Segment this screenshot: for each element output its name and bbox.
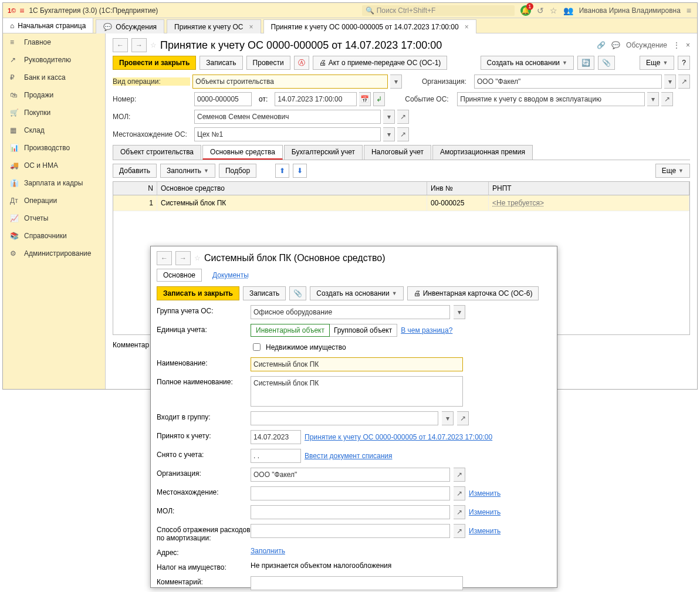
- mol-input[interactable]: Семенов Семен Семенович: [194, 110, 381, 124]
- pick-button[interactable]: Подбор: [219, 164, 256, 178]
- user-name[interactable]: Иванова Ирина Владимировна: [579, 6, 681, 15]
- link-icon[interactable]: 🔗: [597, 41, 606, 49]
- add-button[interactable]: Добавить: [113, 164, 157, 178]
- name-input[interactable]: Системный блок ПК: [251, 357, 463, 371]
- tab-discussions[interactable]: 💬 Обсуждения: [96, 19, 164, 33]
- dropdown-icon[interactable]: ▾: [390, 75, 402, 89]
- attach-button[interactable]: 📎: [598, 56, 615, 70]
- forward-button[interactable]: →: [131, 38, 147, 52]
- fill-button[interactable]: Заполнить▼: [160, 164, 215, 178]
- favorite-icon[interactable]: ☆: [150, 41, 157, 49]
- subtab-construction[interactable]: Объект строительства: [113, 145, 201, 160]
- post-button[interactable]: Провести: [246, 56, 290, 70]
- back-button[interactable]: ←: [157, 251, 172, 265]
- nav-sales[interactable]: 🛍Продажи: [3, 86, 105, 104]
- dropdown-icon[interactable]: ▾: [647, 92, 659, 106]
- event-input[interactable]: Принятие к учету с вводом в эксплуатацию: [457, 92, 645, 106]
- open-icon[interactable]: ↗: [397, 110, 409, 124]
- nav-reports[interactable]: 📈Отчеты: [3, 209, 105, 227]
- subtab-tax[interactable]: Налоговый учет: [364, 145, 431, 160]
- dropdown-icon[interactable]: ▾: [383, 127, 395, 141]
- dropdown-icon[interactable]: ▾: [454, 305, 465, 319]
- tab-document-active[interactable]: Принятие к учету ОС 0000-000005 от 14.07…: [263, 19, 476, 33]
- subtab-fixed-assets[interactable]: Основные средства: [202, 145, 283, 160]
- help-button[interactable]: ?: [678, 56, 690, 70]
- rnpt-link[interactable]: <Не требуется>: [492, 199, 544, 207]
- unit-help-link[interactable]: В чем разница?: [401, 326, 452, 334]
- create-based-button[interactable]: Создать на основании▼: [481, 56, 574, 70]
- save-button[interactable]: Записать: [243, 286, 286, 300]
- forward-button[interactable]: →: [175, 251, 191, 265]
- close-icon[interactable]: ×: [465, 23, 469, 31]
- subtab-amort-bonus[interactable]: Амортизационная премия: [432, 145, 533, 160]
- more-button[interactable]: Еще▼: [655, 164, 690, 178]
- post-close-button[interactable]: Провести и закрыть: [113, 56, 196, 70]
- search-input[interactable]: 🔍 Поиск Ctrl+Shift+F: [362, 5, 515, 16]
- star-icon[interactable]: ☆: [550, 6, 557, 15]
- back-button[interactable]: ←: [113, 38, 128, 52]
- logo-1c: 1©: [3, 7, 19, 14]
- unit-inventory-option[interactable]: Инвентарный объект: [251, 324, 330, 337]
- nav-salary[interactable]: 👔Зарплата и кадры: [3, 174, 105, 192]
- hamburger-icon[interactable]: ≡: [19, 6, 24, 15]
- dropdown-icon[interactable]: ▾: [664, 75, 676, 89]
- close-icon[interactable]: ×: [686, 41, 690, 49]
- users-icon[interactable]: 👥: [563, 6, 573, 15]
- nav-operations[interactable]: ДтОперации: [3, 192, 105, 209]
- group-input[interactable]: Офисное оборудование: [251, 305, 450, 319]
- nav-production[interactable]: 📊Производство: [3, 139, 105, 157]
- tab-acceptance-list[interactable]: Принятие к учету ОС ×: [167, 19, 261, 33]
- kebab-icon[interactable]: ⋮: [673, 41, 680, 49]
- create-based-button[interactable]: Создать на основании▼: [310, 286, 403, 300]
- discussion-label[interactable]: Обсуждение: [626, 41, 667, 49]
- date-input[interactable]: 14.07.2023 17:00:00: [275, 92, 357, 106]
- dt-kt-button[interactable]: Ⓐ: [294, 56, 309, 70]
- nav-bank[interactable]: ₽Банк и касса: [3, 69, 105, 86]
- operation-type-input[interactable]: Объекты строительства: [192, 75, 388, 89]
- close-icon[interactable]: ×: [249, 23, 253, 31]
- subtab-accounting[interactable]: Бухгалтерский учет: [284, 145, 363, 160]
- nav-label: Отчеты: [24, 214, 48, 222]
- nav-admin[interactable]: ⚙Администрирование: [3, 245, 105, 262]
- related-docs-button[interactable]: 🔄: [577, 56, 594, 70]
- apply-icon[interactable]: ↲: [373, 92, 385, 106]
- nav-warehouse[interactable]: ▦Склад: [3, 121, 105, 139]
- move-up-button[interactable]: ⬆: [275, 164, 289, 178]
- save-button[interactable]: Записать: [199, 56, 242, 70]
- dropdown-icon[interactable]: ▾: [383, 110, 395, 124]
- history-icon[interactable]: ↺: [537, 6, 544, 15]
- more-button[interactable]: Еще▼: [640, 56, 674, 70]
- discussion-icon[interactable]: 💬: [611, 41, 620, 49]
- open-icon[interactable]: ↗: [661, 92, 673, 106]
- unit-group-option[interactable]: Групповой объект: [329, 324, 397, 336]
- nav-main[interactable]: ≡Главное: [3, 33, 105, 51]
- number-input[interactable]: 0000-000005: [194, 92, 252, 106]
- menu-icon[interactable]: ≡: [687, 6, 691, 15]
- nav-purchases[interactable]: 🛒Покупки: [3, 104, 105, 121]
- table-row[interactable]: 1 Системный блок ПК 00-000025 <Не требуе…: [113, 195, 689, 211]
- open-icon[interactable]: ↗: [678, 75, 690, 89]
- nav-label: Покупки: [24, 109, 50, 117]
- fullname-input[interactable]: Системный блок ПК: [251, 376, 463, 392]
- nav-catalogs[interactable]: 📚Справочники: [3, 227, 105, 245]
- popup-tab-main[interactable]: Основное: [157, 269, 202, 282]
- attach-button[interactable]: 📎: [289, 286, 306, 300]
- subtab-label: Объект строительства: [120, 148, 194, 156]
- open-icon[interactable]: ↗: [397, 127, 409, 141]
- organization-input[interactable]: ООО "Факел": [474, 75, 662, 89]
- nav-manager[interactable]: ↗Руководителю: [3, 51, 105, 69]
- btn-label: Акт о приеме-передаче ОС (ОС-1): [329, 59, 441, 67]
- location-input[interactable]: Цех №1: [194, 127, 381, 141]
- subtab-label: Основные средства: [210, 148, 275, 156]
- inventory-card-button[interactable]: 🖨Инвентарная карточка ОС (ОС-6): [407, 286, 539, 300]
- move-down-button[interactable]: ⬇: [293, 164, 307, 178]
- notifications-icon[interactable]: 🔔1: [520, 5, 531, 16]
- popup-tab-documents[interactable]: Документы: [207, 269, 255, 281]
- tab-home[interactable]: ⌂ Начальная страница: [3, 18, 93, 33]
- save-close-button[interactable]: Записать и закрыть: [157, 286, 239, 300]
- nav-fixed-assets[interactable]: 🚚ОС и НМА: [3, 157, 105, 174]
- favorite-icon[interactable]: ☆: [194, 254, 201, 262]
- print-act-button[interactable]: 🖨Акт о приеме-передаче ОС (ОС-1): [313, 56, 448, 70]
- calendar-icon[interactable]: 📅: [359, 92, 371, 106]
- realty-checkbox[interactable]: [253, 343, 261, 351]
